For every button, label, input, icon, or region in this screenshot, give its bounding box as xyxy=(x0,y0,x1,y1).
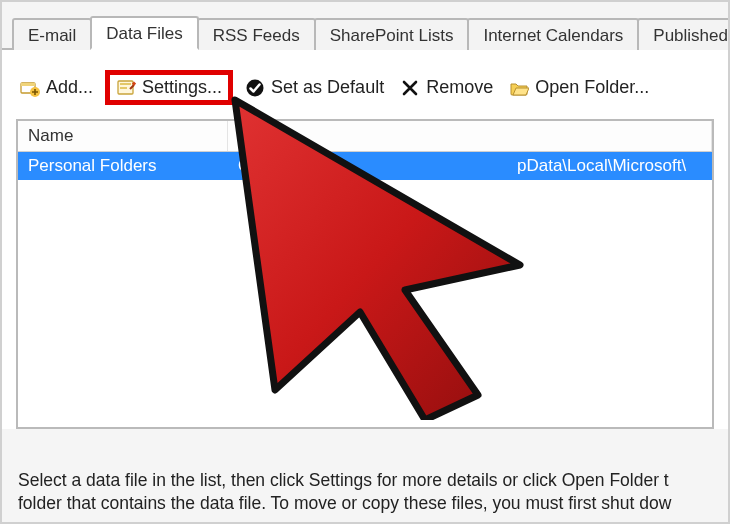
column-divider[interactable] xyxy=(228,121,258,151)
tab-rss-feeds[interactable]: RSS Feeds xyxy=(197,18,316,50)
instruction-text: Select a data file in the list, then cli… xyxy=(18,469,728,516)
remove-button[interactable]: Remove xyxy=(396,75,497,100)
folder-open-icon xyxy=(509,78,529,98)
tab-sharepoint-lists[interactable]: SharePoint Lists xyxy=(314,18,470,50)
add-icon xyxy=(20,78,40,98)
list-header: Name xyxy=(18,121,712,152)
open-folder-button[interactable]: Open Folder... xyxy=(505,75,653,100)
remove-label: Remove xyxy=(426,77,493,98)
data-files-list[interactable]: Name Personal Folders O pData\Local\Micr… xyxy=(16,119,714,429)
settings-label: Settings... xyxy=(142,77,222,98)
open-folder-label: Open Folder... xyxy=(535,77,649,98)
set-default-button[interactable]: Set as Default xyxy=(241,75,388,100)
set-default-label: Set as Default xyxy=(271,77,384,98)
settings-icon xyxy=(116,78,136,98)
tab-published-calendars[interactable]: Published Ca xyxy=(637,18,730,50)
cell-location: O xyxy=(228,152,258,180)
add-label: Add... xyxy=(46,77,93,98)
tab-content: Add... Settings... Set as Default Remove xyxy=(2,50,728,429)
tab-email[interactable]: E-mail xyxy=(12,18,92,50)
check-circle-icon xyxy=(245,78,265,98)
tab-data-files[interactable]: Data Files xyxy=(90,16,199,50)
cell-name: Personal Folders xyxy=(18,152,228,180)
svg-rect-4 xyxy=(120,83,131,85)
list-row[interactable]: Personal Folders O pData\Local\Microsoft… xyxy=(18,152,712,180)
cell-path: pData\Local\Microsoft\ xyxy=(507,152,712,180)
add-button[interactable]: Add... xyxy=(16,75,97,100)
toolbar: Add... Settings... Set as Default Remove xyxy=(12,62,718,119)
column-path[interactable] xyxy=(258,121,712,151)
tab-internet-calendars[interactable]: Internet Calendars xyxy=(467,18,639,50)
cell-gap xyxy=(258,152,507,180)
svg-rect-1 xyxy=(21,83,35,86)
tab-strip: E-mail Data Files RSS Feeds SharePoint L… xyxy=(2,14,728,50)
column-name[interactable]: Name xyxy=(18,121,228,151)
remove-icon xyxy=(400,78,420,98)
settings-button[interactable]: Settings... xyxy=(105,70,233,105)
svg-rect-5 xyxy=(120,87,127,89)
